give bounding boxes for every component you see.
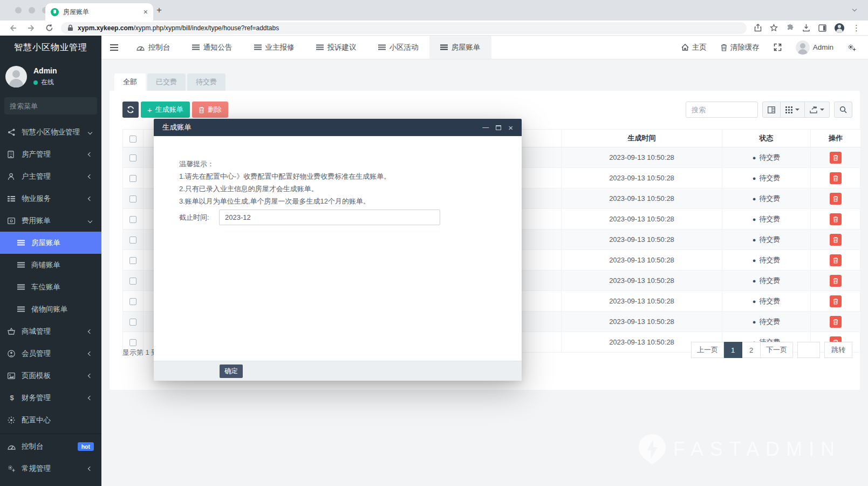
browser-menu-icon[interactable]: ⋮ bbox=[852, 23, 860, 33]
nav-tab-repairs[interactable]: 业主报修 bbox=[243, 36, 305, 59]
download-icon[interactable] bbox=[802, 24, 810, 32]
row-delete-button[interactable] bbox=[830, 213, 842, 225]
filter-tab-paid[interactable]: 已交费 bbox=[147, 73, 186, 91]
dashboard-icon bbox=[136, 44, 145, 51]
col-status[interactable]: 状态 bbox=[722, 130, 811, 147]
sidebar-item-templates[interactable]: 页面模板 bbox=[0, 364, 101, 387]
row-delete-button[interactable] bbox=[830, 234, 842, 246]
modal-minimize-icon[interactable]: — bbox=[482, 124, 489, 131]
row-delete-button[interactable] bbox=[830, 316, 842, 328]
sidebar-item-house-bills[interactable]: 房屋账单 bbox=[0, 232, 101, 254]
generate-bill-button[interactable]: +生成账单 bbox=[141, 102, 190, 118]
menu-search-box[interactable] bbox=[4, 97, 97, 114]
sidebar-item-shop-bills[interactable]: 商铺账单 bbox=[0, 254, 101, 276]
sidebar-item-community-group[interactable]: 智慧小区物业管理 bbox=[0, 121, 101, 143]
row-checkbox[interactable] bbox=[129, 319, 136, 326]
row-checkbox[interactable] bbox=[129, 175, 136, 182]
menu-search-input[interactable] bbox=[10, 102, 105, 110]
dashboard-icon bbox=[8, 443, 16, 450]
row-checkbox[interactable] bbox=[129, 154, 136, 161]
user-avatar[interactable] bbox=[5, 66, 27, 87]
sidebar-item-owner[interactable]: 户主管理 bbox=[0, 165, 101, 187]
nav-tab-house-bills[interactable]: 房屋账单 bbox=[429, 36, 491, 59]
col-time[interactable]: 生成时间 bbox=[562, 130, 722, 147]
row-delete-button[interactable] bbox=[830, 172, 842, 184]
sidebar-item-general[interactable]: 常规管理 bbox=[0, 457, 101, 480]
new-tab-button[interactable]: + bbox=[156, 5, 162, 16]
row-delete-button[interactable] bbox=[830, 193, 842, 205]
modal-close-icon[interactable]: × bbox=[508, 124, 513, 132]
sidebar-item-finance[interactable]: $ 财务管理 bbox=[0, 387, 101, 409]
tab-close-icon[interactable]: × bbox=[143, 8, 148, 16]
side-panel-icon[interactable] bbox=[818, 24, 826, 32]
tab-search-icon[interactable] bbox=[852, 7, 857, 11]
page-1-button[interactable]: 1 bbox=[724, 342, 742, 358]
url-text: xypm.xykeep.com/xypm.php/xypm/bill/index… bbox=[78, 24, 279, 32]
browser-profile-avatar[interactable] bbox=[835, 23, 844, 33]
user-circle-icon bbox=[8, 350, 16, 357]
prev-page-button[interactable]: 上一页 bbox=[691, 342, 724, 358]
confirm-button[interactable]: 确定 bbox=[220, 364, 243, 378]
sidebar-item-bills-group[interactable]: 费用账单 bbox=[0, 210, 101, 232]
row-checkbox[interactable] bbox=[129, 257, 136, 264]
home-button[interactable]: 主页 bbox=[681, 43, 707, 52]
sidebar-item-parking-bills[interactable]: 车位账单 bbox=[0, 276, 101, 298]
extensions-icon[interactable] bbox=[786, 24, 794, 32]
export-button[interactable] bbox=[805, 102, 830, 118]
nav-tab-dashboard[interactable]: 控制台 bbox=[126, 36, 181, 59]
sidebar-item-dashboard[interactable]: 控制台 hot bbox=[0, 435, 101, 457]
row-checkbox[interactable] bbox=[129, 237, 136, 244]
nav-tab-notices[interactable]: 通知公告 bbox=[181, 36, 243, 59]
sidebar-toggle-icon[interactable] bbox=[110, 44, 118, 51]
share-icon[interactable] bbox=[754, 24, 762, 32]
sidebar-item-storage-bills[interactable]: 储物间账单 bbox=[0, 298, 101, 320]
next-page-button[interactable]: 下一页 bbox=[761, 342, 793, 358]
close-window-icon[interactable] bbox=[15, 7, 22, 14]
filter-tab-unpaid[interactable]: 待交费 bbox=[187, 73, 225, 91]
fullscreen-icon[interactable] bbox=[774, 43, 782, 51]
row-checkbox[interactable] bbox=[129, 195, 136, 202]
minimize-window-icon[interactable] bbox=[29, 7, 35, 14]
row-delete-button[interactable] bbox=[830, 152, 842, 164]
back-icon[interactable] bbox=[9, 24, 17, 32]
gears-icon bbox=[8, 465, 16, 473]
sidebar-item-config-center[interactable]: 配置中心 bbox=[0, 409, 101, 431]
row-checkbox[interactable] bbox=[129, 339, 136, 346]
modal-maximize-icon[interactable] bbox=[496, 125, 501, 130]
row-checkbox[interactable] bbox=[129, 216, 136, 223]
row-delete-button[interactable] bbox=[830, 275, 842, 287]
nav-tab-complaints[interactable]: 投诉建议 bbox=[305, 36, 367, 59]
page-2-button[interactable]: 2 bbox=[742, 342, 761, 358]
page-jump-input[interactable] bbox=[797, 342, 820, 358]
topnav-user[interactable]: Admin bbox=[796, 40, 833, 55]
url-bar[interactable]: xypm.xykeep.com/xypm.php/xypm/bill/index… bbox=[61, 22, 747, 34]
search-button[interactable] bbox=[834, 102, 852, 118]
reload-icon[interactable] bbox=[45, 24, 53, 32]
nav-tab-activities[interactable]: 小区活动 bbox=[367, 36, 429, 59]
delete-button[interactable]: 删除 bbox=[192, 102, 228, 118]
sidebar-item-members[interactable]: 会员管理 bbox=[0, 342, 101, 364]
refresh-button[interactable] bbox=[122, 102, 139, 118]
row-checkbox[interactable] bbox=[129, 278, 136, 285]
filter-tab-all[interactable]: 全部 bbox=[114, 73, 146, 91]
clear-cache-button[interactable]: 清除缓存 bbox=[721, 43, 760, 52]
select-all-checkbox[interactable] bbox=[129, 136, 136, 143]
modal-header[interactable]: 生成账单 — × bbox=[154, 119, 522, 136]
settings-gears-icon[interactable] bbox=[848, 44, 856, 51]
bookmark-star-icon[interactable] bbox=[770, 24, 778, 32]
forward-icon[interactable] bbox=[27, 24, 36, 32]
row-delete-button[interactable] bbox=[830, 254, 842, 266]
status-dot-icon: ● bbox=[753, 298, 756, 305]
sidebar-item-property[interactable]: 房产管理 bbox=[0, 143, 101, 165]
deadline-input[interactable] bbox=[219, 210, 440, 225]
window-controls[interactable] bbox=[15, 7, 49, 14]
columns-button[interactable] bbox=[781, 102, 805, 118]
row-checkbox[interactable] bbox=[129, 298, 136, 305]
toggle-view-button[interactable] bbox=[762, 102, 781, 118]
jump-button[interactable]: 跳转 bbox=[824, 342, 852, 358]
sidebar-item-services[interactable]: 物业服务 bbox=[0, 187, 101, 210]
sidebar-item-mall[interactable]: 商城管理 bbox=[0, 320, 101, 342]
row-delete-button[interactable] bbox=[830, 295, 842, 307]
browser-tab[interactable]: 房屋账单 × bbox=[45, 3, 153, 21]
table-search-input[interactable] bbox=[686, 102, 758, 118]
